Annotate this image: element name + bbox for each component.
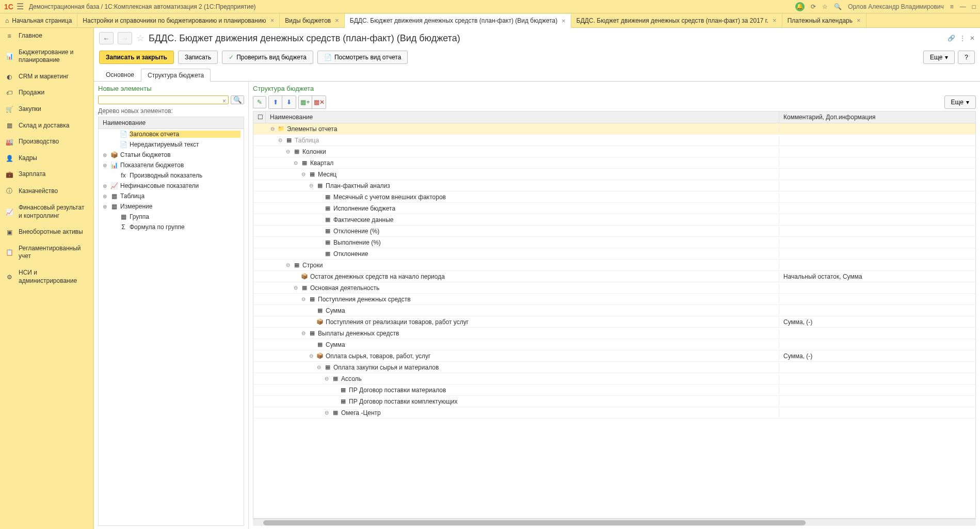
expand-icon[interactable]: ⊖ — [300, 296, 307, 302]
search-input[interactable]: × — [98, 95, 229, 104]
sidebar-item[interactable]: 📊Бюджетирование и планирование — [0, 44, 93, 69]
tree-row[interactable]: 📄Нередактируемый текст — [99, 139, 244, 150]
structure-row[interactable]: ⊖📦Оплата сырья, товаров, работ, услугСум… — [253, 350, 975, 362]
sidebar-item[interactable]: 📈Финансовый результат и контроллинг — [0, 200, 93, 224]
expand-icon[interactable]: ⊖ — [300, 171, 307, 177]
expand-icon[interactable]: ⊖ — [269, 126, 276, 132]
expand-icon[interactable]: ⊖ — [308, 183, 314, 188]
forward-button[interactable]: → — [118, 32, 132, 44]
minimize-icon[interactable]: — — [960, 3, 966, 10]
maximize-icon[interactable]: □ — [972, 3, 976, 10]
structure-row[interactable]: ⊖▦Выплаты денежных средств — [253, 328, 975, 339]
sidebar-item[interactable]: 📋Регламентированный учет — [0, 241, 93, 265]
sidebar-item[interactable]: 🏷Продажи — [0, 85, 93, 101]
expand-icon[interactable]: ⊖ — [293, 285, 299, 291]
tab[interactable]: Платежный календарь× — [782, 13, 866, 27]
structure-row[interactable]: ⊖▦Квартал — [253, 157, 975, 169]
tab[interactable]: Настройки и справочники по бюджетировани… — [77, 13, 280, 27]
structure-row[interactable]: ⊖▦Ассоль — [253, 373, 975, 384]
tab[interactable]: БДДС. Бюджет движения денежных средств (… — [571, 13, 782, 27]
close-icon[interactable]: × — [335, 17, 339, 24]
clear-icon[interactable]: × — [222, 98, 226, 105]
structure-row[interactable]: 📦Поступления от реализации товаров, рабо… — [253, 316, 975, 328]
history-icon[interactable]: ⟳ — [811, 3, 816, 10]
more-button[interactable]: Еще ▾ — [923, 51, 955, 64]
link-icon[interactable]: 🔗 — [947, 35, 955, 42]
expand-icon[interactable]: ⊖ — [285, 262, 291, 268]
search-button[interactable]: 🔍 — [231, 95, 244, 104]
structure-row[interactable]: ⊖▦Основная деятельность — [253, 282, 975, 294]
close-icon[interactable]: × — [561, 17, 566, 25]
tree-row[interactable]: ⊕📊Показатели бюджетов — [99, 160, 244, 170]
star-icon[interactable]: ☆ — [136, 33, 144, 44]
expand-icon[interactable]: ⊖ — [324, 410, 330, 415]
structure-row[interactable]: ▦Отклонение — [253, 248, 975, 260]
sidebar-item[interactable]: 👤Кадры — [0, 150, 93, 167]
expand-icon[interactable]: ⊖ — [285, 149, 291, 154]
delete-button[interactable]: ▦✕ — [312, 96, 326, 108]
structure-row[interactable]: ▦ПР Договор поставки материалов — [253, 384, 975, 396]
sidebar-item[interactable]: ⓘКазначейство — [0, 183, 93, 200]
tree-row[interactable]: ΣФормула по группе — [99, 222, 244, 232]
structure-row[interactable]: ▦Сумма — [253, 339, 975, 350]
expand-icon[interactable]: ⊖ — [300, 330, 307, 336]
structure-row[interactable]: ▦ПР Договор поставки комплектующих — [253, 396, 975, 407]
expand-icon[interactable]: ⊕ — [102, 152, 108, 158]
expand-icon[interactable]: ⊖ — [308, 353, 314, 359]
structure-row[interactable]: ▦Выполнение (%) — [253, 237, 975, 248]
add-group-button[interactable]: ▦+ — [299, 96, 312, 108]
structure-row[interactable]: ⊖▦Таблица — [253, 135, 975, 146]
close-page-icon[interactable]: ✕ — [970, 35, 975, 42]
structure-row[interactable]: ⊖▦Оплата закупки сырья и материалов — [253, 362, 975, 373]
notifications-icon[interactable]: 🔔 — [795, 2, 805, 11]
structure-row[interactable]: ⊖▦Строки — [253, 260, 975, 271]
move-down-button[interactable]: ⬇ — [282, 96, 296, 108]
structure-row[interactable]: ⊖📁Элементы отчета — [253, 123, 975, 135]
expand-icon[interactable]: ⊖ — [316, 364, 322, 370]
tab[interactable]: БДДС. Бюджет движения денежных средств (… — [345, 14, 571, 28]
expand-icon[interactable]: ⊕ — [102, 163, 108, 168]
expand-icon[interactable]: ⊕ — [102, 194, 108, 199]
structure-row[interactable]: ▦Фактические данные — [253, 214, 975, 226]
expand-icon[interactable]: ⊖ — [277, 137, 283, 143]
user-name[interactable]: Орлов Александр Владимирович — [848, 3, 944, 10]
move-up-button[interactable]: ⬆ — [269, 96, 282, 108]
save-close-button[interactable]: Записать и закрыть — [99, 51, 174, 64]
favorite-icon[interactable]: ☆ — [822, 3, 828, 10]
tab-main[interactable]: Основное — [99, 68, 141, 81]
kebab-icon[interactable]: ⋮ — [959, 35, 966, 42]
structure-more-button[interactable]: Еще ▾ — [944, 95, 976, 109]
expand-icon[interactable]: ⊖ — [293, 160, 299, 166]
close-icon[interactable]: × — [857, 17, 861, 24]
structure-row[interactable]: ⊖▦Месяц — [253, 169, 975, 180]
back-button[interactable]: ← — [99, 32, 114, 44]
tab[interactable]: Виды бюджетов× — [280, 13, 345, 27]
tree-row[interactable]: ⊕📈Нефинансовые показатели — [99, 181, 244, 191]
expand-icon[interactable]: ⊖ — [324, 376, 330, 381]
close-icon[interactable]: × — [773, 17, 777, 24]
tab[interactable]: ⌂Начальная страница — [0, 13, 77, 27]
sidebar-item[interactable]: ≡Главное — [0, 28, 93, 44]
tree-row[interactable]: ⊕▦Таблица — [99, 191, 244, 201]
sidebar-item[interactable]: ◐CRM и маркетинг — [0, 69, 93, 85]
structure-row[interactable]: ⊖▦Поступления денежных средств — [253, 294, 975, 305]
check-button[interactable]: ✓Проверить вид бюджета — [222, 51, 313, 64]
tree-row[interactable]: 📄Заголовок отчета — [99, 129, 244, 139]
tree-row[interactable]: ⊕▦Измерение — [99, 201, 244, 212]
sidebar-item[interactable]: ▣Внеоборотные активы — [0, 224, 93, 241]
structure-row[interactable]: ▦Исполнение бюджета — [253, 203, 975, 214]
close-icon[interactable]: × — [270, 17, 275, 24]
preview-button[interactable]: 📄Посмотреть вид отчета — [317, 51, 408, 64]
structure-row[interactable]: 📦Остаток денежных средств на начало пери… — [253, 271, 975, 282]
search-icon[interactable]: 🔍 — [834, 3, 842, 10]
sidebar-item[interactable]: 🛒Закупки — [0, 101, 93, 118]
sidebar-item[interactable]: 🏭Производство — [0, 134, 93, 150]
tab-structure[interactable]: Структура бюджета — [141, 69, 211, 82]
tree-row[interactable]: ⊕📦Статьи бюджетов — [99, 150, 244, 160]
edit-button[interactable]: ✎ — [253, 96, 266, 108]
sidebar-item[interactable]: ▦Склад и доставка — [0, 118, 93, 134]
structure-row[interactable]: ⊖▦План-фактный анализ — [253, 180, 975, 191]
structure-row[interactable]: ▦Сумма — [253, 305, 975, 316]
structure-row[interactable]: ⊖▦Колонки — [253, 146, 975, 157]
hamburger-icon[interactable]: ☰ — [17, 2, 24, 11]
